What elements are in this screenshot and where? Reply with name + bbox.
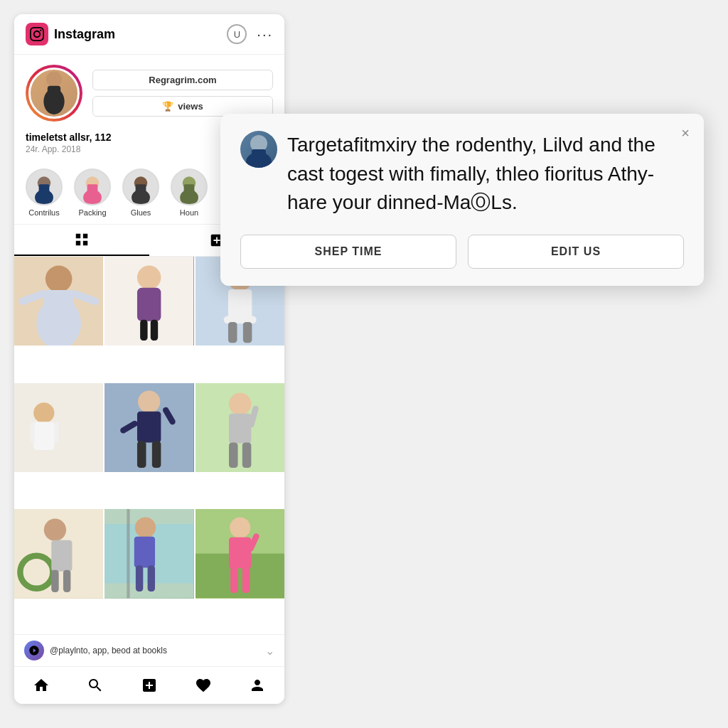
svg-rect-18 [44,290,74,327]
nav-heart-icon[interactable] [191,673,216,698]
svg-rect-39 [137,411,161,442]
svg-point-65 [230,518,250,538]
grid-cell-2[interactable] [105,257,193,346]
notification-text: @playlnto, app, beod at bookls [50,646,259,655]
svg-rect-60 [134,537,155,568]
svg-rect-48 [242,442,251,468]
svg-rect-40 [137,441,146,468]
grid-cell-1[interactable] [14,257,103,346]
shep-time-button[interactable]: SHEP TIME [240,235,456,269]
top-bar-actions: U ··· [227,24,273,44]
svg-point-59 [135,518,156,538]
svg-rect-5 [39,184,50,196]
svg-rect-72 [252,149,266,164]
svg-point-45 [229,392,251,414]
svg-rect-36 [54,422,58,442]
svg-point-22 [137,266,161,289]
svg-rect-23 [137,288,161,321]
svg-rect-28 [228,289,252,319]
top-bar: Instagram U ··· [14,14,284,55]
app-logo-icon [26,23,48,46]
grid-cell-9[interactable] [196,509,284,598]
chevron-down-icon[interactable]: ⌄ [265,644,274,658]
bottom-nav [14,666,284,704]
photo-grid [14,257,284,634]
story-item[interactable]: Contrilus [26,168,63,217]
svg-point-33 [33,402,54,423]
story-avatar-2 [74,168,111,205]
svg-rect-30 [228,322,237,343]
grid-cell-7[interactable] [14,509,103,598]
modal-dialog: × Targetafitmxiry the rodenthy, Lilvd an… [220,114,704,286]
svg-rect-25 [151,320,158,341]
svg-rect-68 [242,567,249,594]
svg-rect-55 [63,570,70,592]
modal-action-buttons: SHEP TIME EDIT US [240,235,684,269]
notif-icon [24,641,44,660]
svg-rect-67 [230,567,237,594]
modal-close-button[interactable]: × [681,125,690,141]
nav-home-icon[interactable] [28,673,54,698]
trophy-icon: 🏆 [162,101,173,112]
svg-point-0 [46,72,62,87]
svg-rect-61 [136,566,143,592]
story-label-3: Glues [131,208,151,217]
profile-avatar[interactable] [26,65,82,122]
svg-rect-66 [229,537,251,569]
tab-grid[interactable] [14,225,149,256]
grid-cell-8[interactable] [105,509,193,598]
svg-rect-35 [31,422,35,442]
story-label-4: Houn [180,208,198,217]
grid-cell-4[interactable] [14,383,103,472]
story-label-1: Contrilus [28,208,59,217]
story-item[interactable]: Packing [74,168,111,217]
grid-cell-5[interactable] [105,383,193,472]
svg-rect-8 [87,184,98,196]
modal-body-text: Targetafitmxiry the rodenthy, Lilvd and … [287,131,684,218]
edit-us-button[interactable]: EDIT US [468,235,684,269]
svg-rect-2 [48,86,60,103]
svg-rect-24 [140,320,147,341]
svg-rect-54 [51,570,58,592]
svg-point-51 [44,519,66,541]
nav-add-icon[interactable] [136,673,162,698]
svg-point-16 [46,266,73,293]
svg-rect-31 [243,322,252,343]
svg-rect-62 [148,566,155,592]
app-title: Instagram [54,27,227,42]
nav-profile-icon[interactable] [245,673,270,698]
svg-rect-46 [229,413,251,443]
website-button[interactable]: Regragrim.com [92,70,273,90]
svg-rect-14 [184,184,195,196]
user-icon[interactable]: U [227,24,247,44]
story-avatar-3 [122,168,159,205]
svg-rect-34 [33,422,54,450]
svg-rect-53 [51,540,72,572]
svg-rect-47 [229,442,238,468]
story-item[interactable]: Houn [171,168,208,217]
modal-header: Targetafitmxiry the rodenthy, Lilvd and … [240,131,684,218]
svg-rect-41 [152,441,161,468]
story-avatar-4 [171,168,208,205]
story-item[interactable]: Glues [122,168,159,217]
modal-avatar [240,131,277,168]
svg-point-38 [138,390,160,412]
nav-search-icon[interactable] [82,673,108,698]
grid-cell-6[interactable] [196,383,284,472]
profile-action-buttons: Regragrim.com 🏆 views [92,70,273,117]
notification-bar: @playlnto, app, beod at bookls ⌄ [14,634,284,666]
story-avatar-1 [26,168,63,205]
story-label-2: Packing [78,208,106,217]
svg-rect-11 [136,184,146,196]
svg-rect-58 [127,509,130,598]
svg-rect-29 [223,316,256,323]
more-options-icon[interactable]: ··· [257,26,273,43]
